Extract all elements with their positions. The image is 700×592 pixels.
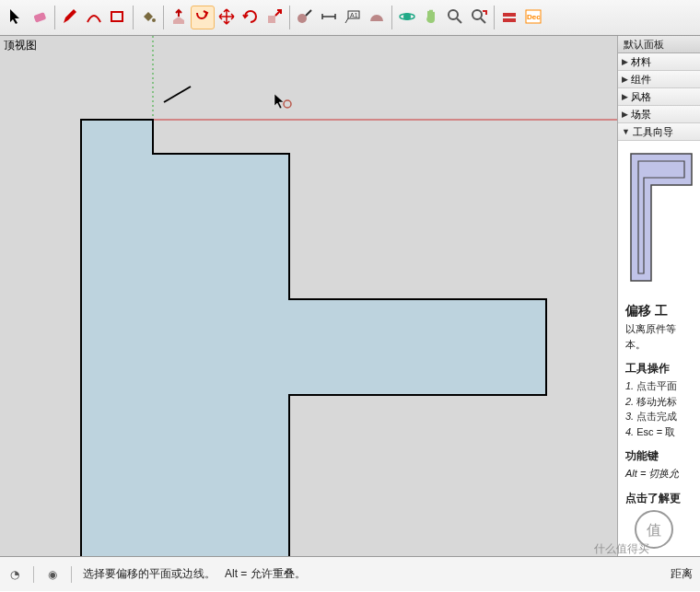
svg-rect-11 — [503, 13, 516, 17]
shape-tool-button[interactable] — [106, 6, 130, 29]
outliner-icon: Dec — [524, 7, 542, 29]
instructor-op-0: 1. 点击平面 — [625, 378, 696, 394]
instructor-keys-text: Alt = 切换允 — [625, 466, 696, 482]
floor-plan-shape[interactable] — [81, 120, 546, 556]
outliner-tool-button[interactable]: Dec — [521, 6, 545, 29]
instructor-op-3: 4. Esc = 取 — [625, 424, 696, 440]
panel-item-label: 风格 — [631, 90, 651, 104]
instructor-subtitle-2: 本。 — [625, 337, 696, 353]
measurement-label: 距离 — [671, 566, 693, 582]
drawing-canvas[interactable] — [0, 36, 617, 556]
paint-bucket-tool-button[interactable] — [136, 6, 160, 29]
section-icon — [500, 7, 519, 29]
help-icon[interactable]: ◔ — [7, 567, 22, 582]
svg-point-2 — [152, 18, 156, 22]
person-icon[interactable]: ◉ — [45, 567, 60, 582]
status-separator — [33, 566, 34, 583]
offset-icon — [193, 7, 212, 29]
pan-tool-button[interactable] — [419, 6, 443, 29]
rotate-tool-button[interactable] — [239, 6, 262, 29]
svg-rect-1 — [111, 12, 122, 21]
panel-item-2[interactable]: ▶风格 — [618, 88, 700, 106]
pencil-icon — [61, 7, 79, 29]
svg-text:A1: A1 — [350, 12, 358, 18]
instructor-keys-header: 功能键 — [625, 448, 696, 464]
instructor-panel: 偏移 工 以离原件等 本。 工具操作 1. 点击平面2. 移动光标3. 点击完成… — [618, 141, 700, 556]
offset-cursor-icon — [274, 94, 291, 109]
drawn-line-mark — [164, 87, 191, 102]
svg-point-10 — [472, 10, 482, 19]
panel-item-label: 工具向导 — [633, 125, 673, 139]
toolbar-separator — [133, 6, 134, 29]
workspace: 顶视图 默认面板 ▶材料▶组件▶风格▶场景▼工具向导 偏移 工 以离原件等 — [0, 36, 700, 556]
svg-rect-3 — [268, 16, 275, 23]
main-toolbar: A1Dec — [0, 0, 700, 36]
svg-point-15 — [284, 100, 291, 108]
zoom-tool-button[interactable] — [443, 6, 467, 29]
svg-rect-12 — [503, 18, 516, 22]
protractor-icon — [368, 7, 386, 29]
move-icon — [217, 7, 236, 29]
zoom-icon — [446, 7, 464, 29]
status-separator — [71, 566, 72, 583]
triangle-right-icon: ▶ — [622, 92, 628, 101]
instructor-op-2: 3. 点击完成 — [625, 409, 696, 424]
toolbar-separator — [54, 6, 55, 29]
panel-item-label: 材料 — [631, 55, 651, 69]
toolbar-separator — [391, 6, 392, 29]
svg-text:Dec: Dec — [527, 13, 541, 21]
instructor-op-1: 2. 移动光标 — [625, 394, 696, 410]
text-tool-button[interactable]: A1 — [341, 6, 365, 29]
svg-rect-0 — [33, 12, 46, 23]
panel-item-1[interactable]: ▶组件 — [618, 71, 700, 88]
toolbar-separator — [494, 6, 495, 29]
arc-tool-button[interactable] — [82, 6, 106, 29]
eraser-icon — [30, 7, 49, 29]
tape-measure-tool-button[interactable] — [293, 6, 317, 29]
triangle-down-icon: ▼ — [622, 127, 630, 136]
dimension-tool-button[interactable] — [317, 6, 341, 29]
panel-item-0[interactable]: ▶材料 — [618, 53, 700, 71]
panel-item-3[interactable]: ▶场景 — [618, 106, 700, 123]
rotate-icon — [241, 7, 260, 29]
orbit-tool-button[interactable] — [395, 6, 419, 29]
status-hint: 选择要偏移的平面或边线。 Alt = 允许重叠。 — [83, 566, 306, 582]
text-icon: A1 — [344, 7, 362, 29]
zoom-extents-tool-button[interactable] — [467, 6, 491, 29]
triangle-right-icon: ▶ — [622, 57, 628, 66]
view-label: 顶视图 — [4, 38, 37, 53]
toolbar-separator — [289, 6, 290, 29]
dimension-icon — [320, 7, 338, 29]
pan-icon — [422, 7, 440, 29]
move-tool-button[interactable] — [215, 6, 239, 29]
eraser-tool-button[interactable] — [28, 6, 52, 29]
protractor-tool-button[interactable] — [365, 6, 389, 29]
right-panel: 默认面板 ▶材料▶组件▶风格▶场景▼工具向导 偏移 工 以离原件等 本。 工具操… — [617, 36, 700, 556]
triangle-right-icon: ▶ — [622, 110, 628, 119]
instructor-subtitle-1: 以离原件等 — [625, 321, 696, 337]
arc-icon — [85, 7, 103, 29]
toolbar-separator — [163, 6, 164, 29]
instructor-ops-header: 工具操作 — [625, 361, 696, 377]
select-icon — [6, 7, 25, 29]
orbit-icon — [398, 7, 416, 29]
instructor-diagram-icon — [625, 148, 695, 286]
section-tool-button[interactable] — [497, 6, 521, 29]
offset-tool-button[interactable] — [191, 6, 215, 29]
panel-header: 默认面板 — [618, 36, 700, 53]
shape-icon — [109, 7, 127, 29]
tape-measure-icon — [296, 7, 314, 29]
panel-item-label: 组件 — [631, 73, 651, 87]
scale-tool-button[interactable] — [262, 6, 286, 29]
select-tool-button[interactable] — [4, 6, 28, 29]
instructor-more[interactable]: 点击了解更 — [625, 491, 696, 506]
pencil-tool-button[interactable] — [58, 6, 82, 29]
zoom-extents-icon — [470, 7, 488, 29]
viewport[interactable]: 顶视图 — [0, 36, 617, 556]
pushpull-tool-button[interactable] — [167, 6, 191, 29]
panel-item-label: 场景 — [631, 108, 651, 122]
scale-icon — [265, 7, 284, 29]
svg-point-9 — [449, 10, 458, 19]
status-bar: ◔ ◉ 选择要偏移的平面或边线。 Alt = 允许重叠。 距离 — [0, 556, 700, 591]
panel-item-4[interactable]: ▼工具向导 — [618, 123, 700, 141]
